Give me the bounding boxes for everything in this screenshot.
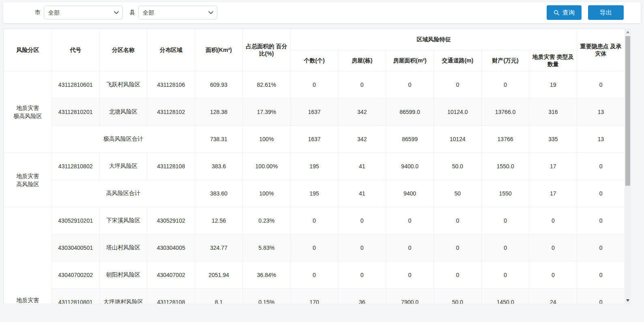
cell-houses: 0: [338, 71, 386, 99]
col-group-regional-features: 区域风险特征: [290, 29, 577, 50]
cell-percent: 82.61%: [243, 71, 290, 99]
cell-zone-name: 大坪风险区: [99, 153, 147, 180]
cell-points: 0: [577, 289, 625, 304]
cell-zone-name: 飞跃村风险区: [99, 71, 147, 99]
scrollbar-thumb[interactable]: [625, 36, 630, 186]
export-button-label: 导出: [600, 9, 612, 17]
toolbar-buttons: 查询 导出: [547, 5, 624, 20]
cell-code: 43112810601: [52, 71, 99, 99]
cell-hazard: 316: [529, 99, 577, 126]
cell-percent: 0.23%: [243, 207, 290, 234]
risk-zone-table-card: 风险分区 代号 分区名称 分布区域 面积(Km²) 占总面积的 百分比(%) 区…: [3, 28, 631, 304]
cell-roads: 10124.0: [434, 99, 481, 126]
table-scroll-viewport: 风险分区 代号 分区名称 分布区域 面积(Km²) 占总面积的 百分比(%) 区…: [4, 29, 625, 304]
cell-property: 0: [481, 234, 529, 262]
cell-points: 13: [577, 126, 625, 153]
col-houses: 房屋(栋): [338, 50, 386, 71]
col-risk-zone: 风险分区: [4, 29, 52, 71]
export-button[interactable]: 导出: [588, 5, 624, 20]
table-row: 地质灾害 极高风险区43112810601飞跃村风险区431128106609.…: [4, 71, 625, 99]
cell-roads: 0: [434, 262, 481, 289]
col-code: 代号: [52, 29, 99, 71]
cell-percent: 100.00%: [243, 153, 290, 180]
cell-code: 43040700202: [52, 262, 99, 289]
cell-points: 0: [577, 180, 625, 207]
cell-distribution: 430304005: [147, 234, 195, 262]
cell-zone-name: 北塘风险区: [99, 99, 147, 126]
col-zone-name: 分区名称: [99, 29, 147, 71]
cell-hazard: 24: [529, 289, 577, 304]
col-count: 个数(个): [290, 50, 338, 71]
cell-percent: 100%: [243, 126, 290, 153]
cell-houses: 0: [338, 234, 386, 262]
cell-area: 2051.94: [195, 262, 243, 289]
cell-distribution: 431128102: [147, 99, 195, 126]
cell-points: 0: [577, 71, 625, 99]
header-row-1: 风险分区 代号 分区名称 分布区域 面积(Km²) 占总面积的 百分比(%) 区…: [4, 29, 625, 50]
cell-house-area: 7900.0: [386, 289, 434, 304]
cell-code: 43112810801: [52, 289, 99, 304]
cell-count: 195: [290, 180, 338, 207]
subtotal-row: 高风险区合计383.60100%195419400501550170: [4, 180, 625, 207]
cell-area: 8.1: [195, 289, 243, 304]
cell-house-area: 0: [386, 262, 434, 289]
cell-count: 0: [290, 234, 338, 262]
search-icon: [554, 10, 560, 16]
cell-area: 738.31: [195, 126, 243, 153]
cell-count: 0: [290, 262, 338, 289]
cell-percent: 0.15%: [243, 289, 290, 304]
cell-area: 12.56: [195, 207, 243, 234]
scroll-up-arrow-icon[interactable]: [625, 29, 631, 35]
risk-zone-group-label: 地质灾害: [4, 207, 52, 304]
county-select[interactable]: 全部: [138, 6, 217, 19]
cell-houses: 342: [338, 99, 386, 126]
cell-percent: 100%: [243, 180, 290, 207]
cell-points: 0: [577, 207, 625, 234]
cell-roads: 10124: [434, 126, 481, 153]
cell-code: 43112810802: [52, 153, 99, 180]
scroll-down-arrow-icon[interactable]: [625, 297, 631, 304]
cell-zone-name: 下宋溪风险区: [99, 207, 147, 234]
cell-house-area: 0: [386, 234, 434, 262]
cell-percent: 36.84%: [243, 262, 290, 289]
filter-toolbar: 市 全部 县 全部 查询 导出: [3, 2, 641, 23]
col-house-area: 房屋面积(m²): [386, 50, 434, 71]
cell-property: 0: [481, 262, 529, 289]
cell-property: 13766.0: [481, 99, 529, 126]
county-select-wrap: 全部: [138, 6, 217, 19]
cell-property: 0: [481, 71, 529, 99]
city-select[interactable]: 全部: [44, 6, 123, 19]
query-button[interactable]: 查询: [547, 5, 582, 20]
cell-area: 383.60: [195, 180, 243, 207]
query-button-label: 查询: [562, 9, 575, 17]
col-roads: 交通道路(m): [434, 50, 481, 71]
cell-points: 0: [577, 234, 625, 262]
cell-house-area: 0: [386, 71, 434, 99]
risk-zone-group-label: 地质灾害 高风险区: [4, 153, 52, 207]
cell-houses: 0: [338, 207, 386, 234]
vertical-scrollbar[interactable]: [625, 29, 631, 304]
cell-houses: 41: [338, 153, 386, 180]
cell-hazard: 0: [529, 262, 577, 289]
cell-area: 128.38: [195, 99, 243, 126]
table-row: 地质灾害43052910201下宋溪风险区43052910212.560.23%…: [4, 207, 625, 234]
cell-property: 1550.0: [481, 153, 529, 180]
cell-code: 43052910201: [52, 207, 99, 234]
table-row: 地质灾害 高风险区43112810802大坪风险区431128108383.61…: [4, 153, 625, 180]
cell-count: 1637: [290, 99, 338, 126]
cell-property: 1550: [481, 180, 529, 207]
cell-hazard: 17: [529, 180, 577, 207]
cell-roads: 50: [434, 180, 481, 207]
col-percent: 占总面积的 百分比(%): [243, 29, 290, 71]
cell-distribution: 430529102: [147, 207, 195, 234]
cell-percent: 5.83%: [243, 234, 290, 262]
cell-property: 13766: [481, 126, 529, 153]
col-hazard-type: 地质灾害 类型及数量: [529, 50, 577, 71]
cell-code: 43030400501: [52, 234, 99, 262]
cell-house-area: 9400: [386, 180, 434, 207]
table-header: 风险分区 代号 分区名称 分布区域 面积(Km²) 占总面积的 百分比(%) 区…: [4, 29, 625, 71]
cell-houses: 0: [338, 262, 386, 289]
cell-roads: 0: [434, 234, 481, 262]
subtotal-row: 极高风险区合计738.31100%16373428659910124137663…: [4, 126, 625, 153]
cell-points: 0: [577, 153, 625, 180]
